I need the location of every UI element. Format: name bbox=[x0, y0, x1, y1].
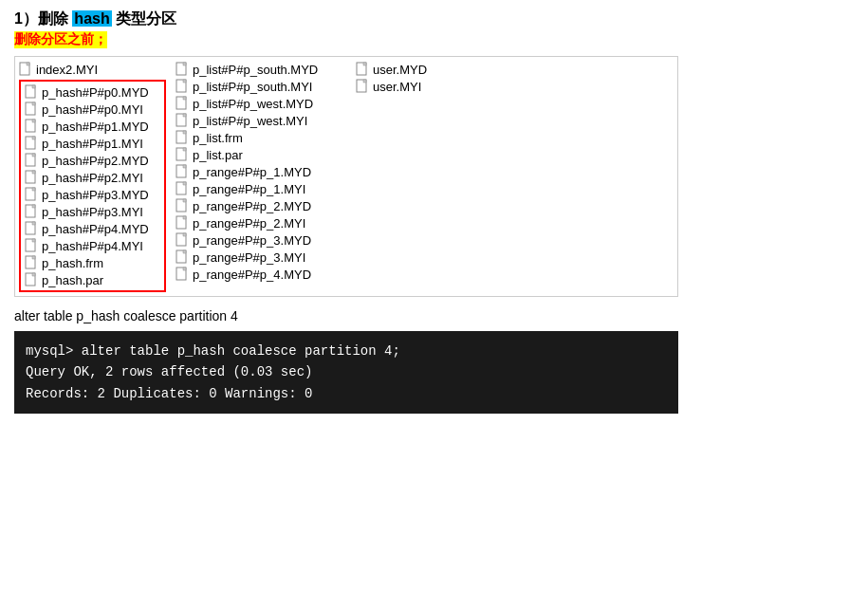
sql-command-value: alter table p_hash coalesce partition 4 bbox=[14, 308, 238, 323]
file-icon bbox=[175, 232, 189, 248]
file-icon bbox=[25, 187, 38, 202]
file-icon bbox=[175, 62, 189, 77]
file-icon bbox=[175, 198, 189, 213]
list-item: p_hash#P#p4.MYD bbox=[25, 220, 160, 237]
list-item: p_hash#P#p0.MYI bbox=[25, 101, 160, 118]
terminal-text-1: mysql> alter table p_hash coalesce parti… bbox=[26, 343, 400, 359]
list-item: p_hash#P#p1.MYD bbox=[25, 118, 160, 135]
list-item: p_hash#P#p3.MYI bbox=[25, 203, 160, 220]
file-icon bbox=[25, 221, 38, 236]
list-item: p_hash#P#p3.MYD bbox=[25, 186, 160, 203]
title-keyword: hash bbox=[72, 10, 111, 27]
title-step: 1）删除 bbox=[14, 10, 68, 27]
list-item: p_range#P#p_1.MYI bbox=[175, 180, 342, 197]
list-item: user.MYD bbox=[356, 61, 455, 78]
file-icon bbox=[175, 96, 189, 111]
list-item: p_hash#P#p2.MYD bbox=[25, 152, 160, 169]
list-item: p_range#P#p_4.MYD bbox=[175, 266, 342, 283]
subtitle: 删除分区之前； bbox=[14, 29, 854, 48]
list-item: p_hash#P#p4.MYI bbox=[25, 237, 160, 254]
file-icon bbox=[175, 130, 189, 145]
file-icon bbox=[25, 170, 38, 185]
terminal-text-2: Query OK, 2 rows affected (0.03 sec) bbox=[26, 364, 312, 379]
file-icon bbox=[175, 113, 189, 128]
file-icon bbox=[25, 153, 38, 168]
list-item: p_list#P#p_west.MYD bbox=[175, 95, 342, 112]
file-icon bbox=[175, 147, 189, 162]
list-item: p_list.par bbox=[175, 146, 342, 163]
file-icon bbox=[25, 84, 38, 100]
list-item: p_list#P#p_south.MYD bbox=[175, 61, 342, 78]
sql-command-text: alter table p_hash coalesce partition 4 bbox=[14, 308, 854, 323]
file-item-header0: index2.MYI bbox=[19, 61, 166, 78]
file-column-3: user.MYD user.MYI bbox=[351, 61, 465, 292]
terminal-block: mysql> alter table p_hash coalesce parti… bbox=[14, 331, 678, 414]
file-icon bbox=[25, 102, 38, 117]
terminal-line-2: Query OK, 2 rows affected (0.03 sec) bbox=[26, 361, 667, 382]
list-item: user.MYI bbox=[356, 78, 455, 95]
file-icon bbox=[175, 267, 189, 282]
list-item: p_list#P#p_west.MYI bbox=[175, 112, 342, 129]
file-icon bbox=[175, 215, 189, 231]
list-item: p_hash.frm bbox=[25, 254, 160, 271]
terminal-line-1: mysql> alter table p_hash coalesce parti… bbox=[26, 341, 667, 361]
file-icon bbox=[25, 136, 38, 151]
list-item: p_hash#P#p2.MYI bbox=[25, 169, 160, 186]
file-icon bbox=[25, 255, 38, 270]
page-wrapper: 1）删除 hash 类型分区 删除分区之前； index2.MYI bbox=[0, 0, 868, 423]
list-item: p_list#P#p_south.MYI bbox=[175, 78, 342, 95]
file-browser: index2.MYI p_hash#P#p0.MYD bbox=[14, 56, 678, 297]
list-item: p_list.frm bbox=[175, 129, 342, 146]
file-icon bbox=[175, 249, 189, 265]
list-item: p_hash.par bbox=[25, 271, 160, 288]
file-icon bbox=[25, 238, 38, 253]
file-icon bbox=[175, 164, 189, 179]
file-icon bbox=[356, 79, 369, 94]
list-item: p_range#P#p_3.MYD bbox=[175, 231, 342, 249]
list-item: p_range#P#p_3.MYI bbox=[175, 249, 342, 266]
main-title: 1）删除 hash 类型分区 bbox=[14, 9, 854, 29]
terminal-text-3: Records: 2 Duplicates: 0 Warnings: 0 bbox=[26, 386, 312, 401]
terminal-line-3: Records: 2 Duplicates: 0 Warnings: 0 bbox=[26, 383, 667, 404]
file-column-1-highlighted: p_hash#P#p0.MYD p_hash#P#p0.MYI p_hash#P… bbox=[19, 80, 166, 292]
file-icon bbox=[175, 79, 189, 94]
title-rest: 类型分区 bbox=[116, 10, 176, 27]
file-item-p-hash-p0-myd: p_hash#P#p0.MYD bbox=[25, 83, 160, 101]
file-icon bbox=[19, 62, 32, 77]
list-item: p_range#P#p_2.MYI bbox=[175, 214, 342, 231]
file-icon bbox=[25, 204, 38, 219]
list-item: p_range#P#p_2.MYD bbox=[175, 197, 342, 214]
file-icon bbox=[25, 272, 38, 287]
file-icon bbox=[175, 181, 189, 196]
file-column-0: index2.MYI p_hash#P#p0.MYD bbox=[19, 61, 175, 292]
file-column-2: p_list#P#p_south.MYD p_list#P#p_south.MY… bbox=[175, 61, 351, 292]
list-item: p_hash#P#p1.MYI bbox=[25, 135, 160, 152]
file-icon bbox=[25, 119, 38, 134]
file-icon bbox=[356, 62, 369, 77]
title-section: 1）删除 hash 类型分区 删除分区之前； bbox=[14, 9, 854, 48]
list-item: p_range#P#p_1.MYD bbox=[175, 163, 342, 180]
